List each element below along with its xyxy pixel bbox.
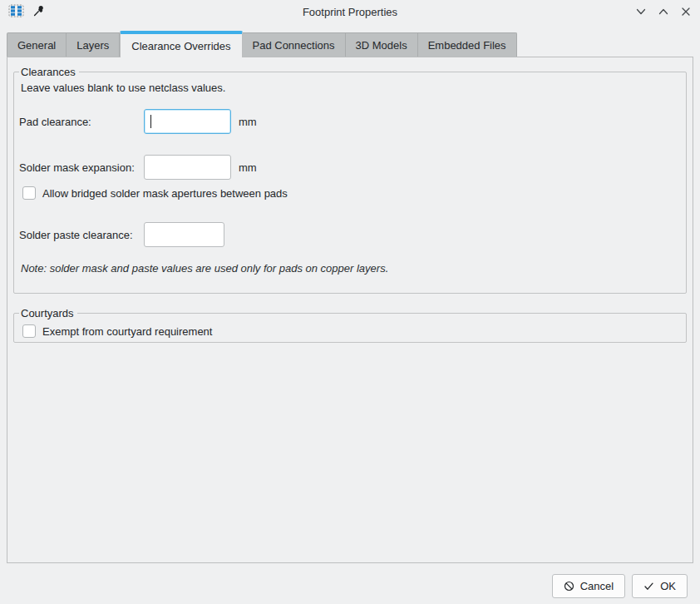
solder-mask-input-wrap [144,155,231,180]
tab-embedded-files[interactable]: Embedded Files [418,32,517,57]
tab-clearance-overrides[interactable]: Clearance Overrides [120,31,242,57]
clearances-group: Clearances Leave values blank to use net… [13,66,687,294]
cancel-button-label: Cancel [580,580,614,592]
dialog-footer: Cancel OK [0,563,700,604]
bridged-mask-checkbox-row[interactable]: Allow bridged solder mask apertures betw… [22,186,679,200]
exempt-courtyard-checkbox-label: Exempt from courtyard requirement [42,325,212,338]
copper-layers-note: Note: solder mask and paste values are u… [21,262,679,275]
solder-paste-input-wrap [144,222,224,247]
tab-bar: General Layers Clearance Overrides Pad C… [0,23,700,57]
cancel-button[interactable]: Cancel [552,574,625,598]
exempt-courtyard-checkbox-row[interactable]: Exempt from courtyard requirement [22,324,679,338]
bridged-mask-checkbox-label: Allow bridged solder mask apertures betw… [42,187,288,200]
tab-pad-connections[interactable]: Pad Connections [243,32,346,57]
solder-mask-label: Solder mask expansion: [19,161,144,174]
close-icon[interactable] [680,6,692,17]
solder-paste-label: Solder paste clearance: [19,229,144,241]
titlebar: Footprint Properties [0,0,700,23]
pin-icon[interactable] [33,5,45,19]
footprint-properties-dialog: Footprint Properties General Layers Clea… [0,0,700,604]
clearance-overrides-panel: Clearances Leave values blank to use net… [7,57,693,563]
window-controls [635,6,692,17]
pad-clearance-unit: mm [239,116,257,128]
pad-clearance-label: Pad clearance: [19,116,144,128]
maximize-button[interactable] [658,6,669,17]
pad-clearance-input-wrap [144,109,231,134]
check-icon [643,581,654,592]
no-entry-icon [564,581,574,592]
tab-general[interactable]: General [7,32,67,57]
courtyards-group: Courtyards Exempt from courtyard require… [13,307,687,343]
tab-3d-models[interactable]: 3D Models [346,32,418,57]
minimize-button[interactable] [635,6,647,17]
footprint-icon [8,4,24,20]
bridged-mask-checkbox[interactable] [22,186,36,200]
netclass-hint: Leave values blank to use netclass value… [21,82,679,94]
ok-button[interactable]: OK [632,574,688,598]
solder-paste-input[interactable] [144,222,224,247]
ok-button-label: OK [660,580,676,592]
solder-paste-row: Solder paste clearance: [19,222,679,247]
solder-mask-row: Solder mask expansion: mm [19,155,679,180]
courtyards-group-title: Courtyards [19,307,77,319]
clearances-group-title: Clearances [19,66,79,78]
pad-clearance-input[interactable] [144,109,231,134]
text-caret [150,115,151,128]
pad-clearance-row: Pad clearance: mm [19,109,679,134]
titlebar-icons [8,4,45,20]
tab-layers[interactable]: Layers [67,32,120,57]
solder-mask-input[interactable] [144,155,231,180]
solder-mask-unit: mm [239,161,257,174]
exempt-courtyard-checkbox[interactable] [22,324,36,338]
window-title: Footprint Properties [0,6,700,18]
